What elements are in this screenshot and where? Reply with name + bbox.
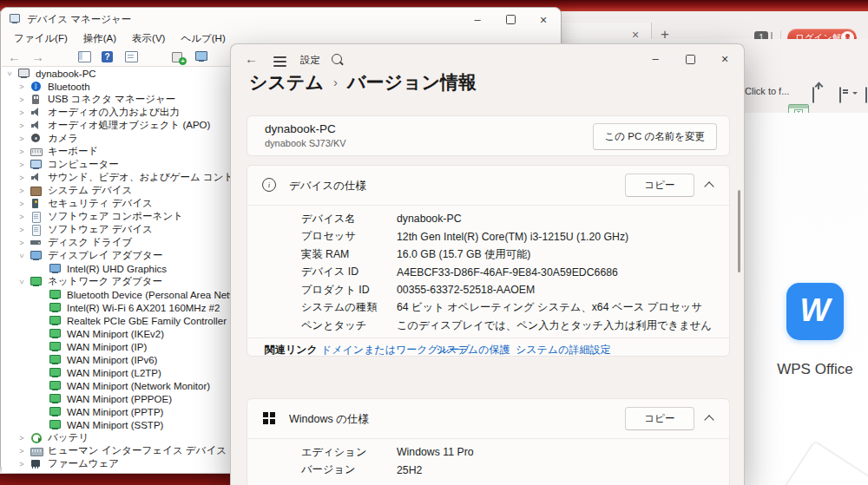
spec-row: バージョン 25H2: [247, 462, 729, 480]
device-specs-header[interactable]: i デバイスの仕様 コピー: [247, 166, 729, 205]
breadcrumb-system[interactable]: システム: [249, 72, 324, 92]
wps-app-name: WPS Office: [743, 361, 868, 378]
copy-button[interactable]: コピー: [625, 407, 694, 430]
tree-item-label: WAN Miniport (IP): [64, 342, 147, 352]
expand-chevron-icon[interactable]: [16, 239, 28, 247]
tree-item-label: カメラ: [45, 132, 78, 145]
network-adapter-icon: [49, 393, 62, 404]
close-button[interactable]: ×: [707, 46, 742, 72]
chevron-down-icon[interactable]: [852, 92, 858, 97]
expand-chevron-icon[interactable]: [16, 434, 28, 442]
expand-chevron-icon[interactable]: [16, 174, 28, 182]
menu-item[interactable]: ファイル(F): [6, 30, 76, 47]
tree-item-label: コンピューター: [45, 158, 119, 171]
windows-logo-icon: [263, 412, 268, 417]
minimize-button[interactable]: –: [638, 46, 673, 72]
share-icon[interactable]: [812, 87, 814, 103]
expand-chevron-icon[interactable]: [16, 147, 28, 156]
scrollbar-thumb[interactable]: [738, 190, 740, 272]
menu-item[interactable]: 表示(V): [124, 30, 173, 47]
spec-label: デバイス名: [301, 212, 397, 226]
forward-arrow-icon[interactable]: [31, 50, 45, 63]
link-advanced-system-settings[interactable]: システムの詳細設定: [516, 343, 610, 357]
breadcrumb-separator-icon: ›: [333, 75, 338, 89]
tree-item-label: Intel(R) UHD Graphics: [64, 264, 167, 274]
tree-item-label: dynabook-PC: [33, 69, 96, 79]
windows-spec-rows: エディション Windows 11 Pro バージョン 25H2: [247, 443, 729, 479]
network-adapter-icon: [49, 341, 62, 352]
expand-chevron-icon[interactable]: [16, 121, 28, 130]
tree-item-label: ネットワーク アダプター: [45, 275, 162, 288]
spec-label: ペンとタッチ: [301, 318, 397, 333]
expand-chevron-icon[interactable]: [16, 200, 28, 208]
back-icon[interactable]: ←: [245, 51, 258, 66]
back-arrow-icon[interactable]: [8, 50, 22, 63]
spec-label: エディション: [301, 445, 397, 460]
spec-label: バージョン: [301, 462, 397, 477]
edge-panel-icon[interactable]: [865, 87, 867, 103]
expand-chevron-icon[interactable]: [16, 460, 28, 469]
scan-hardware-icon[interactable]: [195, 50, 209, 63]
windows-specs-header[interactable]: Windows の仕様 コピー: [247, 399, 729, 438]
rename-pc-button[interactable]: この PC の名前を変更: [593, 123, 717, 150]
menu-item[interactable]: ヘルプ(H): [173, 30, 233, 47]
help-icon[interactable]: [102, 50, 115, 63]
divider: [247, 338, 729, 338]
console-tree-icon[interactable]: [78, 50, 92, 63]
screen: { "wps": { "app_name": "WPS Office", "br…: [0, 0, 868, 485]
expand-chevron-icon[interactable]: [16, 278, 28, 286]
usb-icon: [30, 94, 43, 105]
maximize-button[interactable]: [673, 46, 707, 72]
wps-office-logo: W: [786, 283, 844, 340]
spec-label: プロセッサ: [301, 229, 397, 244]
expand-chevron-icon[interactable]: [16, 95, 28, 104]
spec-row: エディション Windows 11 Pro: [247, 443, 729, 462]
spec-value: 00355-63372-52518-AAOEM: [397, 284, 535, 296]
network-adapter-icon: [49, 302, 62, 313]
device-manager-titlebar[interactable]: デバイス マネージャー – ×: [1, 8, 561, 30]
display-adapter-icon: [49, 263, 62, 274]
export-icon[interactable]: [839, 87, 841, 103]
tree-item-label: オーディオの入力および出力: [45, 106, 180, 119]
expand-chevron-icon[interactable]: [16, 108, 28, 117]
spec-value: 25H2: [397, 464, 422, 476]
spec-row: デバイス名 dynabook-PC: [247, 210, 729, 228]
maximize-icon: [506, 15, 516, 24]
close-button[interactable]: ×: [527, 9, 560, 30]
bluetooth-icon: [30, 81, 43, 92]
update-driver-icon[interactable]: [172, 50, 186, 63]
maximize-button[interactable]: [494, 9, 527, 30]
expand-chevron-icon[interactable]: [16, 252, 28, 260]
sep[interactable]: [148, 50, 162, 63]
tree-item-label: WAN Miniport (Network Monitor): [64, 381, 210, 391]
expand-chevron-icon[interactable]: [3, 69, 16, 78]
expand-chevron-icon[interactable]: [16, 82, 28, 91]
properties-icon[interactable]: [125, 50, 139, 63]
network-adapter-icon: [49, 315, 62, 326]
copy-button[interactable]: コピー: [625, 174, 694, 197]
expand-chevron-icon[interactable]: [16, 447, 28, 456]
sep[interactable]: [55, 50, 69, 63]
search-icon[interactable]: [332, 54, 342, 64]
tree-item-label: ファームウェア: [45, 457, 119, 470]
chevron-up-icon[interactable]: [704, 181, 713, 191]
chevron-up-icon[interactable]: [704, 415, 713, 424]
expand-chevron-icon[interactable]: [16, 161, 28, 169]
software-component-icon: [30, 211, 43, 222]
menu-item[interactable]: 操作(A): [76, 30, 124, 47]
hamburger-menu-icon[interactable]: [273, 56, 286, 58]
expand-chevron-icon[interactable]: [16, 226, 28, 234]
tree-item-label: USB コネクタ マネージャー: [45, 93, 175, 106]
info-icon: i: [262, 178, 276, 192]
minimize-button[interactable]: –: [461, 9, 494, 30]
windows-specs-title: Windows の仕様: [289, 412, 369, 427]
tree-item-label: バッテリ: [45, 431, 89, 444]
audio-icon: [30, 107, 43, 118]
expand-chevron-icon[interactable]: [16, 213, 28, 221]
system-device-icon: [30, 185, 43, 196]
link-system-protection[interactable]: システムの保護: [436, 343, 510, 357]
spec-row: ペンとタッチ このディスプレイでは、ペン入力とタッチ入力は利用できません: [247, 317, 729, 335]
tree-item-label: WAN Miniport (IPv6): [64, 355, 157, 365]
expand-chevron-icon[interactable]: [16, 134, 28, 143]
expand-chevron-icon[interactable]: [16, 187, 28, 195]
